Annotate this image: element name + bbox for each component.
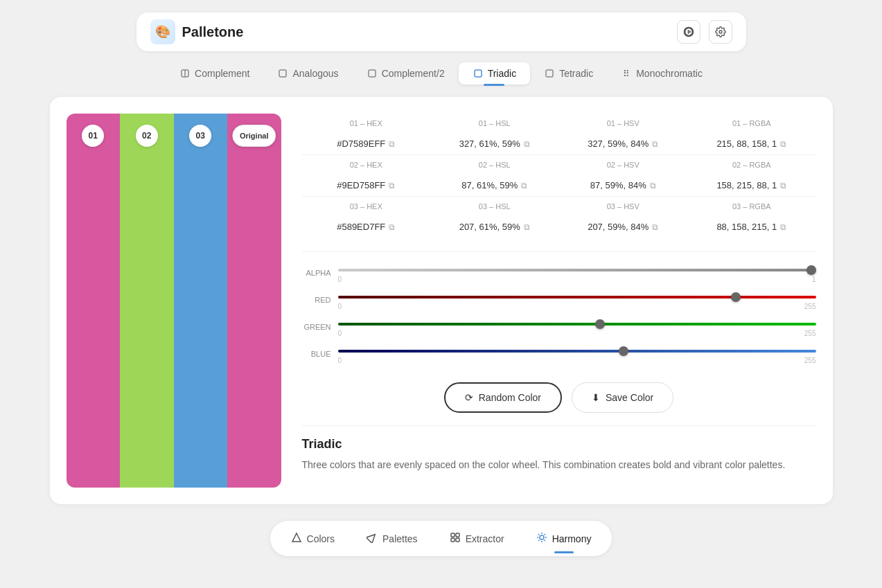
alpha-slider-container: 0 1 [338,262,816,283]
tab-complement2[interactable]: Complement/2 [353,62,459,84]
red-slider[interactable] [338,296,816,299]
svg-rect-5 [475,70,482,77]
cv-hsv-02-header: 02 – HSV [559,155,688,175]
svg-rect-12 [456,538,459,542]
cv-hsv-01-header: 01 – HSV [559,114,688,133]
svg-rect-3 [279,70,286,77]
cv-hex-02-header: 02 – HEX [302,155,431,175]
cv-hex-03-header: 03 – HEX [302,197,431,216]
triadic-icon [473,68,484,79]
blue-slider[interactable] [338,350,816,353]
svg-rect-11 [451,538,455,542]
tab-monochromatic[interactable]: ⠿ Monochromatic [607,62,716,84]
color-badge-02: 02 [136,125,158,147]
cv-hsl-03-val: 207, 61%, 59% ⧉ [430,216,559,238]
color-strip-03: 03 [174,114,228,488]
copy-rgba-03[interactable]: ⧉ [780,222,786,232]
svg-rect-10 [456,533,459,537]
svg-line-18 [538,534,540,535]
cv-rgba-03-header: 03 – RGBA [687,197,816,216]
color-strip-02: 02 [120,114,174,488]
svg-rect-9 [451,533,455,537]
copy-hsv-02[interactable]: ⧉ [650,181,656,190]
cv-hsv-03-header: 03 – HSV [559,197,688,216]
cv-hsl-01-header: 01 – HSL [430,114,559,133]
save-icon: ⬇ [592,392,600,403]
description-title: Triadic [302,437,816,452]
palette-display: 01 02 03 Original [67,114,281,488]
blue-slider-container: 0 255 [338,343,816,364]
logo-area: 🎨 Palletone [150,19,244,44]
header: 🎨 Palletone [136,12,746,51]
app-title: Palletone [182,24,244,40]
bottom-nav: Colors Palettes Extractor [270,521,612,556]
red-slider-container: 0 255 [338,289,816,310]
save-color-button[interactable]: ⬇ Save Color [572,382,673,413]
bookmark-button[interactable] [677,20,700,44]
copy-hsv-03[interactable]: ⧉ [652,222,658,232]
monochromatic-icon: ⠿ [621,68,632,79]
cv-hsl-01-val: 327, 61%, 59% ⧉ [430,133,559,154]
svg-marker-8 [367,532,378,543]
harmony-icon [536,532,547,545]
copy-hex-02[interactable]: ⧉ [389,181,395,190]
svg-marker-7 [292,533,301,542]
cv-rgba-01-header: 01 – RGBA [687,114,816,133]
complement2-icon [367,68,378,79]
copy-hsl-02[interactable]: ⧉ [521,181,527,190]
svg-point-13 [540,535,544,540]
description-text: Three colors that are evenly spaced on t… [302,457,816,472]
copy-rgba-01[interactable]: ⧉ [780,139,786,149]
cv-rgba-02-header: 02 – RGBA [687,155,816,175]
cv-hsv-03-val: 207, 59%, 84% ⧉ [559,216,688,238]
complement-icon [179,68,191,79]
tab-analogous[interactable]: Analogous [263,62,352,84]
slider-row-alpha: ALPHA 0 1 [302,262,816,283]
slider-row-red: RED 0 255 [302,289,816,310]
bottom-nav-harmony[interactable]: Harmony [524,526,604,551]
cv-hex-02-val: #9ED758FF ⧉ [302,175,431,196]
cv-hex-01-header: 01 – HEX [302,114,431,133]
color-strip-original: Original [227,114,281,488]
app-logo: 🎨 [150,19,175,44]
copy-rgba-02[interactable]: ⧉ [780,181,786,190]
copy-hsv-01[interactable]: ⧉ [652,139,658,149]
header-actions [677,20,732,44]
color-badge-01: 01 [82,125,104,147]
tab-triadic[interactable]: Triadic [459,62,531,84]
svg-rect-4 [369,70,376,77]
description-section: Triadic Three colors that are evenly spa… [302,425,816,472]
copy-hex-01[interactable]: ⧉ [389,139,395,149]
color-badge-original: Original [232,125,276,147]
svg-line-19 [544,540,545,542]
copy-hsl-03[interactable]: ⧉ [524,222,530,232]
cv-hsl-02-val: 87, 61%, 59% ⧉ [430,175,559,196]
cv-hsl-03-header: 03 – HSL [430,197,559,216]
svg-rect-6 [546,70,553,77]
slider-row-green: GREEN 0 255 [302,316,816,337]
alpha-slider[interactable] [338,269,816,271]
green-slider-container: 0 255 [338,316,816,337]
copy-hex-03[interactable]: ⧉ [389,222,395,232]
random-color-button[interactable]: ⟳ Random Color [444,382,562,413]
random-icon: ⟳ [465,392,473,403]
tetradic-icon [544,68,555,79]
cv-hsv-01-val: 327, 59%, 84% ⧉ [559,133,688,154]
copy-hsl-01[interactable]: ⧉ [524,139,530,149]
bottom-nav-colors[interactable]: Colors [279,526,347,551]
cv-hsl-02-header: 02 – HSL [430,155,559,175]
bottom-nav-palettes[interactable]: Palettes [354,526,430,551]
tab-complement[interactable]: Complement [166,62,263,84]
sliders-section: ALPHA 0 1 RED 0 255 [302,251,816,370]
cv-rgba-03-val: 88, 158, 215, 1 ⧉ [687,216,816,238]
tab-tetradic[interactable]: Tetradic [530,62,607,84]
settings-button[interactable] [709,20,732,44]
bottom-nav-extractor[interactable]: Extractor [437,526,517,551]
cv-rgba-01-val: 215, 88, 158, 1 ⧉ [687,133,816,154]
cv-hex-01-val: #D7589EFF ⧉ [302,133,431,154]
svg-line-20 [544,534,545,535]
color-badge-03: 03 [189,125,211,147]
green-slider[interactable] [338,323,816,326]
action-buttons: ⟳ Random Color ⬇ Save Color [302,382,816,413]
svg-point-0 [719,30,722,33]
